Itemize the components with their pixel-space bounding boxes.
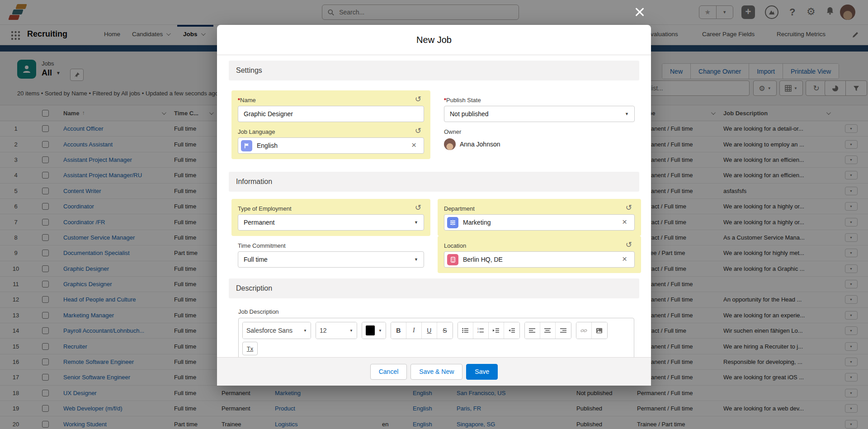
caret-down-icon: ▼ xyxy=(625,112,629,116)
publish-state-label: Publish State xyxy=(444,96,635,104)
bullet-list-button[interactable] xyxy=(458,322,473,339)
text-color-picker[interactable]: ▼ xyxy=(362,322,386,339)
settings-left-block: Name ↺ Job Language ↺ English × xyxy=(231,90,430,159)
job-language-value: English xyxy=(257,142,278,149)
save-and-new-button[interactable]: Save & New xyxy=(410,364,462,380)
field-type-of-employment: Type of Employment ↺ Permanent ▼ xyxy=(231,199,430,236)
publish-state-value: Not published xyxy=(450,110,489,118)
department-icon xyxy=(447,217,458,228)
type-of-employment-dropdown[interactable]: Permanent ▼ xyxy=(238,214,424,231)
font-select[interactable]: Salesforce Sans▼ xyxy=(243,322,311,339)
screen: ★ ▼ + ? ⚙ Recruiting Home Candidates Job… xyxy=(0,0,868,429)
insert-link-button[interactable] xyxy=(576,322,592,339)
name-label: Name xyxy=(238,96,424,104)
modal-footer: Cancel Save & New Save xyxy=(217,357,651,386)
underline-button[interactable]: U xyxy=(422,322,437,339)
svg-text:1: 1 xyxy=(477,328,479,330)
color-swatch xyxy=(366,325,375,335)
department-pill[interactable]: Marketing × xyxy=(444,214,635,231)
field-owner: Owner Anna Johnson xyxy=(444,127,635,150)
owner-name: Anna Johnson xyxy=(460,141,500,148)
section-information: Information xyxy=(229,172,639,192)
modal-title: New Job xyxy=(217,25,651,55)
time-commitment-label: Time Commitment xyxy=(238,241,424,250)
field-location: Location ↺ Berlin HQ, DE × xyxy=(438,236,641,273)
field-publish-state: Publish State Not published ▼ xyxy=(444,96,635,122)
indent-button[interactable] xyxy=(489,322,504,339)
undo-icon[interactable]: ↺ xyxy=(412,95,424,104)
caret-down-icon: ▼ xyxy=(349,329,353,333)
align-left-button[interactable] xyxy=(525,322,540,339)
insert-image-button[interactable] xyxy=(592,322,607,339)
information-fields: Type of Employment ↺ Permanent ▼ Departm… xyxy=(231,199,641,273)
location-value: Berlin HQ, DE xyxy=(463,256,503,263)
field-name: Name ↺ xyxy=(238,96,424,122)
new-job-modal: New Job Settings Name ↺ Job Language ↺ xyxy=(217,25,651,386)
settings-fields: Name ↺ Job Language ↺ English × xyxy=(231,90,641,159)
remove-icon[interactable]: × xyxy=(619,217,630,226)
remove-icon[interactable]: × xyxy=(409,140,419,150)
type-of-employment-value: Permanent xyxy=(244,219,274,226)
caret-down-icon: ▼ xyxy=(378,329,382,333)
numbered-list-button[interactable]: 12 xyxy=(473,322,489,339)
department-value: Marketing xyxy=(463,219,491,226)
undo-icon[interactable]: ↺ xyxy=(412,127,424,135)
time-commitment-value: Full time xyxy=(244,256,268,263)
location-pill[interactable]: Berlin HQ, DE × xyxy=(444,251,635,268)
svg-text:2: 2 xyxy=(477,330,479,333)
location-label: Location xyxy=(444,241,635,250)
strikethrough-button[interactable]: S xyxy=(437,322,453,339)
caret-down-icon: ▼ xyxy=(303,329,307,333)
section-settings: Settings xyxy=(229,61,639,80)
cancel-button[interactable]: Cancel xyxy=(370,364,407,380)
italic-button[interactable]: I xyxy=(406,322,422,339)
field-job-language: Job Language ↺ English × xyxy=(238,127,424,154)
owner-avatar xyxy=(444,138,456,150)
save-button[interactable]: Save xyxy=(466,364,498,380)
language-flag-icon xyxy=(241,140,252,151)
field-time-commitment: Time Commitment Full time ▼ xyxy=(231,236,430,273)
name-input[interactable] xyxy=(238,106,424,122)
department-label: Department xyxy=(444,204,635,212)
owner-label: Owner xyxy=(444,127,635,136)
editor-toolbar: Salesforce Sans▼ 12▼ ▼ xyxy=(242,322,630,339)
job-description-label: Job Description xyxy=(238,308,641,315)
job-language-label: Job Language xyxy=(238,127,424,136)
clear-formatting-button[interactable]: Tx xyxy=(242,342,258,355)
undo-icon[interactable]: ↺ xyxy=(623,240,635,249)
bold-button[interactable]: B xyxy=(391,322,406,339)
outdent-button[interactable] xyxy=(504,322,519,339)
time-commitment-dropdown[interactable]: Full time ▼ xyxy=(238,251,424,268)
undo-icon[interactable]: ↺ xyxy=(412,203,424,212)
publish-state-dropdown[interactable]: Not published ▼ xyxy=(444,106,635,122)
modal-body: Settings Name ↺ Job Language ↺ xyxy=(217,55,651,386)
owner-row: Anna Johnson xyxy=(444,138,635,150)
type-of-employment-label: Type of Employment xyxy=(238,204,424,212)
field-department: Department ↺ Marketing × xyxy=(438,199,641,236)
location-icon xyxy=(447,254,458,265)
remove-icon[interactable]: × xyxy=(619,254,630,264)
caret-down-icon: ▼ xyxy=(414,220,418,225)
align-right-button[interactable] xyxy=(556,322,571,339)
close-icon[interactable] xyxy=(633,5,646,19)
caret-down-icon: ▼ xyxy=(414,257,418,262)
settings-right-block: Publish State Not published ▼ Owner Anna… xyxy=(438,90,641,159)
section-description: Description xyxy=(229,278,639,298)
undo-icon[interactable]: ↺ xyxy=(623,203,635,212)
font-size-select[interactable]: 12▼ xyxy=(316,322,357,339)
align-center-button[interactable] xyxy=(540,322,556,339)
job-language-pill[interactable]: English × xyxy=(238,137,424,154)
